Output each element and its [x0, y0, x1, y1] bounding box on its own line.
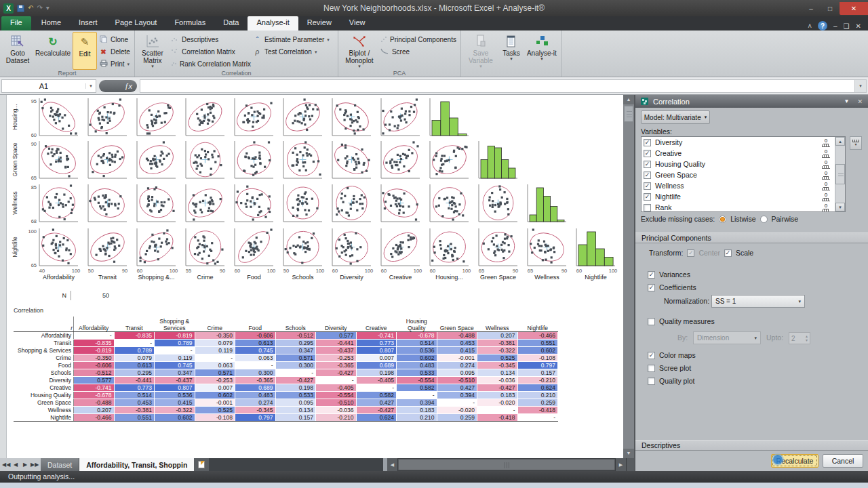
corr-cell[interactable]: -0.365 [235, 377, 276, 384]
workbook-close-button[interactable]: ✕ [856, 22, 861, 30]
principal-components-section-header[interactable]: Principal Components [635, 232, 868, 243]
corr-cell[interactable]: 0.773 [114, 384, 155, 392]
delete-button[interactable]: ✖ Delete [97, 46, 132, 58]
corr-cell[interactable]: 0.157 [275, 414, 316, 422]
coefficients-checkbox[interactable]: ✓ [648, 284, 655, 291]
corr-cell[interactable]: - [155, 347, 195, 354]
corr-cell[interactable]: 0.514 [397, 340, 437, 347]
corr-cell[interactable]: -0.427 [477, 384, 518, 392]
prev-sheet-icon[interactable]: ◀ [12, 462, 20, 468]
last-sheet-icon[interactable]: ▶▶ [31, 462, 39, 468]
corr-cell[interactable]: -0.510 [437, 377, 477, 384]
list-scroll-down-icon[interactable]: ▼ [835, 203, 845, 211]
corr-cell[interactable]: 0.602 [517, 347, 558, 354]
corr-cell[interactable]: 0.483 [235, 392, 276, 399]
corr-cell[interactable]: 0.571 [275, 354, 316, 362]
corr-cell[interactable]: 0.602 [155, 414, 195, 422]
ribbon-tab-analyse-it[interactable]: Analyse-it [248, 16, 298, 30]
recalculate-button[interactable]: ↻ Recalculate [33, 32, 73, 70]
corr-cell[interactable]: 0.807 [356, 347, 397, 354]
corr-cell[interactable]: 0.613 [235, 340, 276, 347]
corr-cell[interactable]: -0.441 [114, 377, 155, 384]
corr-cell[interactable]: 0.063 [195, 362, 235, 369]
corr-cell[interactable]: 0.210 [397, 414, 437, 422]
corr-cell[interactable]: -0.427 [316, 369, 357, 377]
corr-cell[interactable]: -0.001 [195, 399, 235, 407]
corr-cell[interactable]: 0.427 [437, 384, 477, 392]
worksheet[interactable]: 40100Affordability5090Transit60100Shoppi… [0, 95, 623, 458]
window-close-button[interactable]: ✕ [840, 2, 868, 15]
corr-cell[interactable]: 0.624 [517, 384, 558, 392]
corr-cell[interactable]: 0.134 [275, 407, 316, 414]
corr-cell[interactable]: 0.577 [316, 332, 357, 340]
variances-checkbox[interactable]: ✓ [648, 271, 655, 279]
corr-cell[interactable]: 0.689 [356, 362, 397, 369]
corr-cell[interactable]: -0.350 [74, 354, 115, 362]
quality-plot-row[interactable]: Quality plot [648, 377, 695, 385]
corr-cell[interactable]: 0.582 [356, 392, 397, 399]
corr-cell[interactable]: -0.405 [356, 377, 397, 384]
decimals-control[interactable]: 0 [821, 149, 831, 158]
corr-cell[interactable]: 0.259 [517, 399, 558, 407]
corr-cell[interactable]: 0.415 [437, 347, 477, 354]
corr-cell[interactable]: 0.689 [235, 384, 276, 392]
corr-cell[interactable]: -0.554 [397, 377, 437, 384]
corr-cell[interactable]: 0.536 [155, 392, 195, 399]
corr-cell[interactable]: 0.533 [397, 369, 437, 377]
corr-cell[interactable]: -0.020 [437, 407, 477, 414]
corr-cell[interactable]: -0.437 [316, 347, 357, 354]
corr-cell[interactable]: 0.300 [275, 362, 316, 369]
corr-cell[interactable]: 0.797 [235, 414, 276, 422]
corr-cell[interactable]: -0.741 [356, 332, 397, 340]
pairwise-radio[interactable] [760, 216, 768, 223]
corr-cell[interactable]: 0.453 [114, 399, 155, 407]
corr-cell[interactable]: 0.295 [114, 369, 155, 377]
workbook-restore-button[interactable]: ❑ [844, 22, 850, 30]
ribbon-tab-page-layout[interactable]: Page Layout [106, 16, 166, 30]
biplot-monoplot-button[interactable]: Biplot / Monoplot ▾ [340, 32, 378, 70]
scree-button[interactable]: Scree [378, 46, 458, 58]
descriptives-button[interactable]: Descriptives [168, 34, 251, 45]
corr-cell[interactable]: -0.606 [235, 332, 276, 340]
variable-item-wellness[interactable]: ✓Wellness0 [642, 180, 845, 191]
name-box[interactable]: A1 ▾ [1, 79, 96, 93]
variances-row[interactable]: ✓ Variances [648, 270, 690, 279]
corr-cell[interactable]: -0.488 [437, 332, 477, 340]
clone-button[interactable]: Clone [97, 34, 132, 45]
worksheet-vertical-scrollbar[interactable]: ▲ ▼ [623, 95, 634, 458]
corr-cell[interactable]: 0.347 [155, 369, 195, 377]
variable-item-diversity[interactable]: ✓Diversity0 [642, 137, 845, 148]
corr-cell[interactable]: 0.157 [517, 369, 558, 377]
corr-cell[interactable]: -0.510 [316, 399, 357, 407]
corr-cell[interactable]: -0.441 [316, 340, 357, 347]
corr-cell[interactable]: - [275, 369, 316, 377]
formula-input[interactable] [140, 79, 854, 93]
edit-button[interactable]: ✎ Edit [73, 32, 97, 70]
scatter-matrix-button[interactable]: Scatter Matrix ▾ [137, 32, 168, 70]
variable-checkbox[interactable] [644, 204, 651, 211]
corr-cell[interactable]: 0.259 [437, 414, 477, 422]
corr-cell[interactable]: - [517, 414, 558, 422]
ribbon-tab-review[interactable]: Review [298, 16, 340, 30]
corr-cell[interactable]: 0.198 [275, 384, 316, 392]
corr-cell[interactable]: -0.210 [316, 414, 357, 422]
quality-measures-checkbox[interactable] [648, 318, 655, 325]
scree-plot-row[interactable]: Scree plot [648, 364, 691, 372]
corr-cell[interactable]: -0.678 [397, 332, 437, 340]
corr-cell[interactable]: 0.007 [195, 384, 235, 392]
corr-cell[interactable]: -0.210 [517, 377, 558, 384]
corr-cell[interactable]: 0.613 [114, 362, 155, 369]
variables-listbox[interactable]: ✓Diversity0✓Creative0✓Housing Quality0✓G… [641, 136, 846, 212]
corr-cell[interactable]: -0.345 [477, 362, 518, 369]
corr-cell[interactable]: 0.602 [195, 392, 235, 399]
decimals-options-button[interactable]: ▾ [850, 136, 862, 150]
horizontal-scroll-thumb[interactable] [399, 460, 614, 470]
corr-cell[interactable]: -0.001 [437, 354, 477, 362]
decimals-control[interactable]: 0 [821, 203, 831, 212]
corr-cell[interactable]: -0.512 [74, 369, 115, 377]
pane-close-icon[interactable]: ✕ [857, 98, 863, 105]
horizontal-scrollbar[interactable] [397, 458, 616, 471]
corr-cell[interactable]: - [437, 399, 477, 407]
corr-cell[interactable]: 0.427 [356, 399, 397, 407]
corr-cell[interactable]: - [397, 392, 437, 399]
